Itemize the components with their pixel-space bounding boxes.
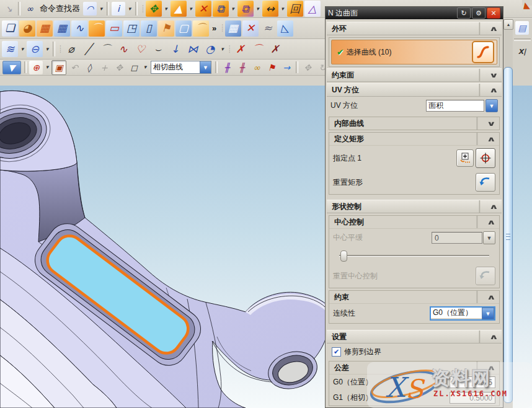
gray-surface-icon[interactable]: ≈: [260, 20, 276, 37]
uv-dropdown-button[interactable]: ▼: [485, 99, 498, 112]
bridge-curve-icon[interactable]: ⌣: [150, 41, 166, 57]
extract-geometry-icon[interactable]: ❏: [2, 20, 18, 37]
sphere-feature-icon[interactable]: ◕: [19, 20, 35, 37]
chevron-up-icon[interactable]: ∧: [477, 291, 503, 303]
uv-mode-dropdown[interactable]: 面积: [426, 100, 484, 112]
triangle-surface-icon[interactable]: ◺: [277, 20, 293, 37]
curve-rule-combo[interactable]: 相切曲线 ▼: [151, 61, 211, 74]
chevron-down-icon[interactable]: ▾: [142, 61, 148, 74]
chevron-down-icon[interactable]: ▾: [280, 2, 286, 16]
chevron-down-icon[interactable]: ∨: [479, 69, 503, 81]
finder-view-icon[interactable]: ◠: [83, 2, 97, 16]
rounded-block-icon[interactable]: ▢: [175, 20, 192, 37]
select-curve-row[interactable]: ✔ 选择曲线 (10): [331, 40, 497, 64]
delete-face-icon[interactable]: ▲: [171, 1, 187, 17]
reset-rectangle-button[interactable]: [476, 173, 495, 192]
paste-face-icon[interactable]: ⧉: [237, 1, 254, 17]
solid-body-filter-icon[interactable]: ▣: [51, 60, 66, 75]
chevron-down-icon[interactable]: ▾: [98, 2, 104, 16]
follow-fillet-icon[interactable]: ╫: [235, 61, 249, 74]
chevron-down-icon[interactable]: ▾: [44, 61, 50, 74]
chevron-up-icon[interactable]: ∧: [479, 200, 503, 213]
proceed-arrow-icon[interactable]: →: [280, 61, 293, 74]
erase-icon[interactable]: ◊: [82, 61, 96, 74]
section-shape-control[interactable]: 形状控制 ∧: [327, 200, 502, 213]
center-flat-slider[interactable]: [339, 251, 489, 260]
interior-curves-header[interactable]: 内部曲线 ∨: [329, 117, 499, 130]
define-rectangle-header[interactable]: 定义矩形 ∧: [329, 133, 499, 146]
sweep-ribbon-icon[interactable]: ≋: [2, 41, 18, 57]
point-target-icon[interactable]: +: [97, 61, 111, 74]
chevron-up-icon[interactable]: ∧: [479, 84, 503, 96]
chevron-down-icon[interactable]: ▼: [200, 61, 211, 73]
toolbar-grip[interactable]: ┊: [141, 5, 144, 13]
scroll-up-button[interactable]: ▲: [503, 19, 513, 30]
chevron-down-icon[interactable]: ∨: [477, 117, 503, 130]
chain-curves-icon[interactable]: ∞: [250, 61, 264, 74]
chevron-down-icon[interactable]: ▾: [188, 2, 194, 16]
curve-select-button[interactable]: [472, 41, 494, 63]
chevron-down-icon[interactable]: ▾: [255, 2, 261, 16]
inferred-point-button[interactable]: [476, 148, 495, 168]
curve-blend-icon[interactable]: ⌒: [249, 41, 265, 57]
dialog-close-button[interactable]: ✕: [487, 7, 500, 19]
chevron-down-icon[interactable]: ▾: [126, 2, 133, 16]
overflow-chevron[interactable]: »: [212, 24, 216, 33]
center-control-header[interactable]: 中心控制 ∧: [329, 216, 499, 229]
chevron-down-icon[interactable]: ▾: [44, 42, 50, 56]
toolbar-grip[interactable]: ┊: [220, 24, 223, 32]
bounding-box-blue-icon[interactable]: ▦: [54, 20, 70, 37]
info-sheet-icon[interactable]: i: [112, 2, 125, 16]
g0-tolerance-input[interactable]: 0.025: [450, 376, 495, 388]
copy-face-icon[interactable]: ⧉: [213, 1, 229, 17]
redirect-arrow-icon[interactable]: ↘: [2, 2, 16, 16]
datum-flag-icon[interactable]: ⚑: [158, 20, 174, 37]
section-curve-icon[interactable]: ◔: [202, 41, 218, 57]
trim-curve-icon[interactable]: ✗: [232, 41, 248, 57]
cut-face-icon[interactable]: ✕: [195, 1, 211, 17]
pan-hand-icon[interactable]: ✥: [112, 61, 126, 74]
point-dialog-button[interactable]: [456, 149, 474, 167]
arc-icon[interactable]: ⌒: [98, 41, 114, 57]
chevron-up-icon[interactable]: ∧: [477, 216, 503, 228]
section-uv-orientation[interactable]: UV 方位 ∧: [327, 83, 502, 97]
chevron-down-icon[interactable]: ▾: [219, 42, 226, 56]
continuity-dropdown[interactable]: G0（位置） ▼: [430, 306, 495, 321]
cylinder-trim-icon[interactable]: ▯: [141, 20, 157, 37]
rectangle-select-icon[interactable]: ◻: [127, 61, 141, 74]
part-navigator-icon[interactable]: ▤: [515, 21, 529, 35]
section-settings[interactable]: 设置 ∧: [327, 330, 502, 344]
center-flat-input[interactable]: 0: [432, 232, 482, 244]
toolbar-grip[interactable]: ┊: [58, 45, 61, 53]
resize-face-icon[interactable]: ↔: [262, 1, 278, 17]
curve-cross-icon[interactable]: ✗: [267, 41, 283, 57]
binoculars-icon[interactable]: ∞: [23, 2, 37, 16]
bounding-box-orange-icon[interactable]: ▦: [37, 20, 53, 37]
dialog-titlebar[interactable]: N 边曲面 ↻ ⚙ ✕: [326, 7, 503, 19]
undo-icon[interactable]: ↶: [68, 61, 81, 74]
chevron-down-icon[interactable]: ▾: [230, 2, 236, 16]
bend-surface-icon[interactable]: ⌒: [89, 20, 105, 37]
dialog-options-button[interactable]: ⚙: [472, 7, 485, 19]
chevron-up-icon[interactable]: ∧: [479, 22, 503, 35]
scrollbar-thumb[interactable]: [503, 67, 513, 403]
intersection-curve-icon[interactable]: ⋈: [185, 41, 201, 57]
closed-curve-icon[interactable]: ♡: [133, 41, 149, 57]
center-flat-spin-button[interactable]: ▼: [483, 231, 495, 244]
slider-handle[interactable]: [340, 251, 347, 262]
view-dropdown-button[interactable]: ▼: [2, 61, 21, 74]
trim-sheet-icon[interactable]: ▭: [106, 20, 122, 37]
shell-box-icon[interactable]: ◳: [123, 20, 140, 37]
tolerance-header[interactable]: 公差 ∧: [329, 361, 499, 375]
stop-at-intersection-icon[interactable]: ╫: [220, 61, 234, 74]
g1-tolerance-input[interactable]: 0.5000: [450, 392, 495, 404]
command-finder-label[interactable]: 命令查找器: [40, 3, 80, 14]
line-icon[interactable]: ╱: [81, 41, 97, 57]
chevron-down-icon[interactable]: ▾: [163, 2, 169, 16]
constraint-header[interactable]: 约束 ∧: [329, 291, 499, 304]
chevron-down-icon[interactable]: ▾: [19, 42, 25, 56]
dialog-reset-button[interactable]: ↻: [457, 7, 471, 19]
toolbar-grip[interactable]: ┊: [228, 45, 231, 53]
trim-boundary-checkbox[interactable]: ✔: [332, 347, 341, 357]
chevron-down-icon[interactable]: ▼: [482, 308, 494, 319]
